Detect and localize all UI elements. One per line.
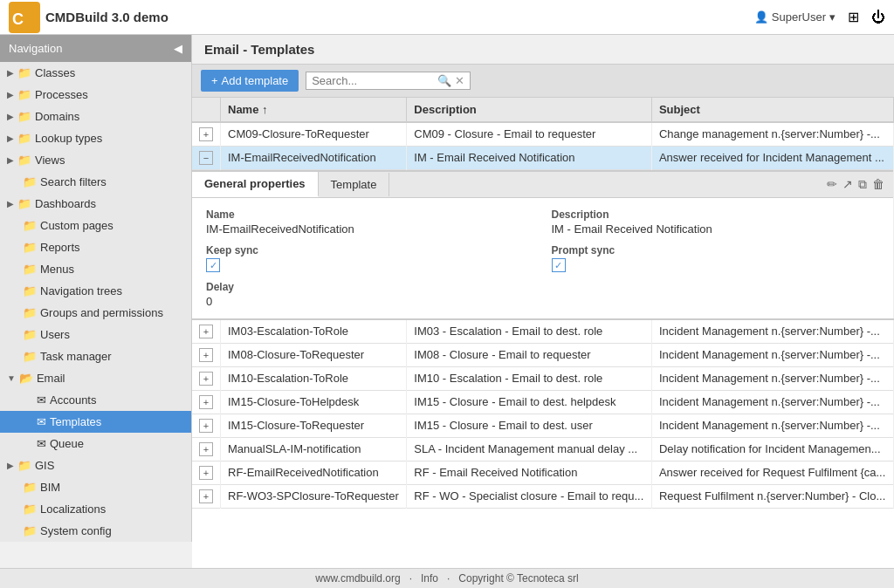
row-expand-cell: − [192,147,221,170]
sidebar-item-domains[interactable]: ▶ 📁 Domains [0,106,191,127]
sidebar-item-label: Views [35,154,65,167]
table-row[interactable]: + IM08-Closure-ToRequester IM08 - Closur… [192,344,894,367]
row-subject-cell: Request Fulfilment n.{server:Number} - C… [651,485,893,509]
row-subject-cell: Incident Management n.{server:Number} -.… [651,319,893,344]
folder-icon: 📁 [23,328,37,341]
file-icon: ✉ [37,393,46,407]
sidebar-item-label: Dashboards [35,197,96,210]
sidebar-item-classes[interactable]: ▶ 📁 Classes [0,62,191,84]
expand-button[interactable]: − [199,151,213,165]
add-template-label: Add template [222,74,289,87]
sidebar-collapse-icon[interactable]: ◀ [174,42,182,55]
sidebar-item-queue[interactable]: ✉ Queue [0,433,191,455]
expand-button[interactable]: + [199,442,213,456]
footer-url[interactable]: www.cmdbuild.org [315,572,400,585]
sidebar-item-reports[interactable]: 📁 Reports [0,236,191,258]
edit-icon[interactable]: ✏ [827,177,837,192]
sidebar-item-navigation-trees[interactable]: 📁 Navigation trees [0,280,191,302]
sidebar-item-lookup-types[interactable]: ▶ 📁 Lookup types [0,127,191,149]
add-template-button[interactable]: + Add template [201,70,299,92]
expand-button[interactable]: + [199,372,213,386]
delete-icon[interactable]: 🗑 [872,177,884,192]
table-row[interactable]: − IM-EmailReceivedNotification IM - Emai… [192,147,894,170]
footer-copyright: Copyright © Tecnoteca srl [458,572,578,585]
sidebar-item-views[interactable]: ▶ 📁 Views [0,149,191,171]
sidebar-item-dashboards[interactable]: ▶ 📁 Dashboards [0,193,191,215]
col-name[interactable]: Name ↑ [221,98,407,122]
table-row[interactable]: + IM03-Escalation-ToRole IM03 - Escalati… [192,319,894,344]
arrow-icon: ▶ [7,133,14,143]
keep-sync-label: Keep sync [206,244,534,256]
col-subject[interactable]: Subject [651,98,893,122]
expand-button[interactable]: + [199,325,213,338]
table-row[interactable]: + IM15-Closure-ToHelpdesk IM15 - Closure… [192,391,894,414]
copy-icon[interactable]: ⧉ [858,177,867,192]
file-icon: ✉ [37,437,46,450]
folder-icon: 📁 [23,350,37,363]
clear-search-icon[interactable]: ✕ [455,74,464,87]
logout-icon[interactable]: ⏻ [871,10,885,25]
table-row[interactable]: + CM09-Closure-ToRequester CM09 - Closur… [192,122,894,147]
expand-button[interactable]: + [199,395,213,409]
row-description-cell: IM10 - Escalation - Email to dest. role [407,367,652,391]
detail-row: General properties Template ✏ ↗ ⧉ [192,170,894,320]
sidebar-item-label: Localizations [40,503,106,516]
field-keep-sync: Keep sync ✓ [206,244,534,272]
folder-icon: 📁 [17,459,31,472]
open-icon[interactable]: ↗ [842,177,853,192]
folder-icon: 📁 [23,306,37,319]
sidebar-item-processes[interactable]: ▶ 📁 Processes [0,84,191,106]
expand-button[interactable]: + [199,127,213,141]
sidebar-item-localizations[interactable]: 📁 Localizations [0,498,191,520]
folder-icon: 📁 [17,66,31,79]
description-label: Description [552,209,880,221]
row-subject-cell: Incident Management n.{server:Number} -.… [651,367,893,391]
arrow-icon: ▶ [7,199,14,209]
tab-general-properties[interactable]: General properties [192,172,319,197]
row-subject-cell: Change management n.{server:Number} -... [651,122,893,147]
sidebar-item-custom-pages[interactable]: 📁 Custom pages [0,215,191,236]
table-row[interactable]: + IM10-Escalation-ToRole IM10 - Escalati… [192,367,894,391]
expand-button[interactable]: + [199,489,213,503]
row-name-cell: IM15-Closure-ToRequester [221,414,407,438]
table-row[interactable]: + ManualSLA-IM-notification SLA - Incide… [192,438,894,462]
folder-icon: 📁 [23,284,37,297]
sidebar-item-search-filters[interactable]: 📁 Search filters [0,171,191,193]
row-name-cell: ManualSLA-IM-notification [221,438,407,462]
grid-icon[interactable]: ⊞ [848,9,859,25]
row-name-cell: CM09-Closure-ToRequester [221,122,407,147]
sidebar-item-users[interactable]: 📁 Users [0,324,191,345]
sidebar-header[interactable]: Navigation ◀ [0,35,191,62]
sidebar-wrapper: Navigation ◀ ▶ 📁 Classes ▶ 📁 Processes ▶… [0,35,192,568]
sidebar-item-menus[interactable]: 📁 Menus [0,258,191,280]
col-description[interactable]: Description [407,98,652,122]
table-row[interactable]: + RF-EmailReceivedNotification RF - Emai… [192,462,894,485]
expand-button[interactable]: + [199,466,213,480]
sidebar-item-label: Lookup types [35,132,102,145]
sidebar-item-bim[interactable]: 📁 BIM [0,476,191,498]
search-input[interactable] [312,74,434,87]
row-description-cell: IM15 - Closure - Email to dest. helpdesk [407,391,652,414]
user-icon: 👤 [754,10,768,24]
sidebar-item-email[interactable]: ▼ 📂 Email [0,367,191,389]
expand-button[interactable]: + [199,419,213,433]
footer-info[interactable]: Info [421,572,438,585]
sidebar-item-templates[interactable]: ✉ Templates [0,411,191,433]
sidebar-item-label: Accounts [50,393,96,407]
table-row[interactable]: + IM15-Closure-ToRequester IM15 - Closur… [192,414,894,438]
tab-template[interactable]: Template [319,173,390,196]
sidebar-item-accounts[interactable]: ✉ Accounts [0,389,191,411]
folder-icon: 📁 [17,110,31,123]
search-icon[interactable]: 🔍 [437,74,451,87]
sidebar-item-groups-permissions[interactable]: 📁 Groups and permissions [0,302,191,324]
sidebar-item-gis[interactable]: ▶ 📁 GIS [0,455,191,476]
folder-icon: 📁 [23,241,37,254]
expand-button[interactable]: + [199,348,213,362]
row-subject-cell: Incident Management n.{server:Number} -.… [651,344,893,367]
table-row[interactable]: + RF-WO3-SPClosure-ToRequester RF - WO -… [192,485,894,509]
field-description: Description IM - Email Received Notifica… [552,209,880,236]
sidebar-item-task-manager[interactable]: 📁 Task manager [0,345,191,367]
folder-icon: 📁 [23,524,37,537]
sidebar-item-system-config[interactable]: 📁 System config [0,520,191,542]
user-label[interactable]: 👤 SuperUser ▾ [754,10,836,24]
